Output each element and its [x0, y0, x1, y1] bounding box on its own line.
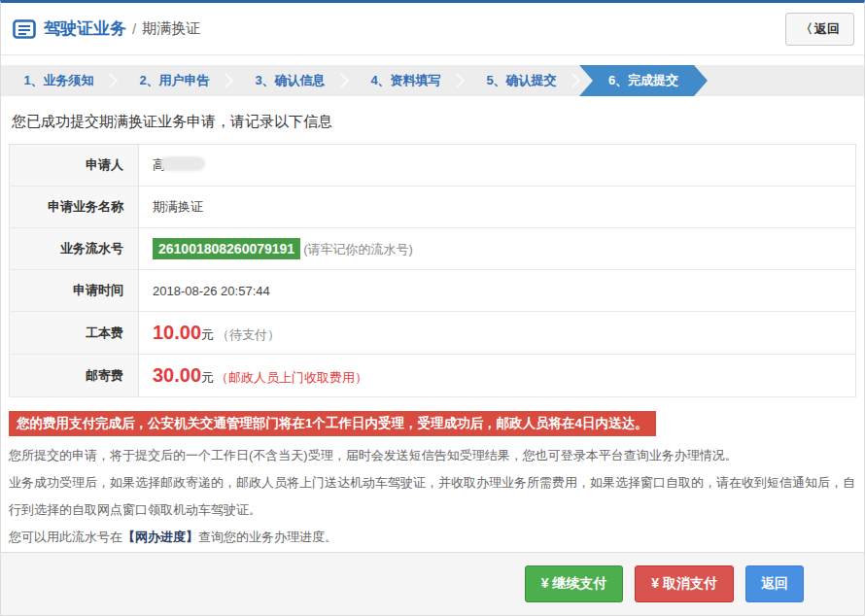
fee-unit: 元 [201, 327, 214, 342]
serial-number-note: (请牢记你的流水号) [303, 242, 413, 257]
step-1-business-notice: 1、业务须知 [1, 65, 117, 96]
step-2-user-declaration: 2、用户申告 [117, 65, 232, 96]
row-value: 10.00元（待支付） [139, 312, 856, 355]
progress-note-suffix: 查询您的业务办理进度。 [198, 530, 337, 544]
row-value: 2018-08-26 20:57:44 [139, 270, 856, 312]
table-row-business-name: 申请业务名称 期满换证 [10, 187, 856, 228]
success-message: 您已成功提交期满换证业务申请，请记录以下信息 [1, 96, 864, 144]
table-row-applicant: 申请人 高 [10, 145, 856, 187]
row-value: 30.00元（邮政人员上门收取费用） [139, 355, 856, 397]
row-label: 邮寄费 [10, 355, 139, 397]
return-button[interactable]: 返回 [745, 565, 804, 602]
fee-unit: 元 [201, 370, 214, 385]
fee-note: （邮政人员上门收取费用） [216, 370, 367, 385]
table-row-postage-fee: 邮寄费 30.00元（邮政人员上门收取费用） [10, 355, 856, 397]
header: 驾驶证业务 / 期满换证 〈返回 [1, 3, 864, 55]
back-button[interactable]: 〈返回 [785, 13, 854, 46]
step-5-confirm-submit: 5、确认提交 [464, 65, 579, 96]
redaction-blur [160, 156, 205, 171]
fee-amount: 10.00 [153, 322, 201, 343]
paragraph-processing: 您所提交的申请，将于提交后的一个工作日(不含当天)受理，届时会发送短信告知受理结… [9, 442, 856, 469]
step-6-complete-submit: 6、完成提交 [579, 65, 708, 96]
alert-wrap: 您的费用支付完成后，公安机关交通管理部门将在1个工作日内受理，受理成功后，邮政人… [9, 411, 856, 436]
payment-alert-banner: 您的费用支付完成后，公安机关交通管理部门将在1个工作日内受理，受理成功后，邮政人… [9, 411, 656, 436]
progress-note-prefix: 您可以用此流水号在 [9, 530, 122, 544]
page-title: 驾驶证业务 [44, 17, 126, 40]
row-value: 高 [139, 145, 856, 187]
progress-note: 您可以用此流水号在【网办进度】查询您的业务办理进度。 [9, 524, 856, 551]
breadcrumb-current: 期满换证 [142, 19, 200, 38]
paragraph-delivery: 业务成功受理后，如果选择邮政寄递的，邮政人员将上门送达机动车驾驶证，并收取办理业… [9, 469, 856, 524]
form-list-icon [13, 19, 36, 39]
step-wizard: 1、业务须知 2、用户申告 3、确认信息 4、资料填写 5、确认提交 6、完成提… [1, 65, 864, 96]
row-label: 申请业务名称 [10, 187, 139, 228]
row-label: 工本费 [10, 312, 139, 355]
chevron-left-icon: 〈 [800, 21, 813, 36]
back-button-label: 返回 [814, 21, 840, 36]
table-row-serial-number: 业务流水号 261001808260079191(请牢记你的流水号) [10, 228, 856, 270]
fee-amount: 30.00 [153, 364, 201, 386]
row-value: 261001808260079191(请牢记你的流水号) [139, 228, 856, 270]
page: 驾驶证业务 / 期满换证 〈返回 1、业务须知 2、用户申告 3、确认信息 4、… [0, 0, 865, 616]
progress-note-highlight: 【网办进度】 [122, 530, 198, 544]
step-4-fill-data: 4、资料填写 [348, 65, 464, 96]
row-label: 申请时间 [10, 270, 139, 312]
continue-payment-button[interactable]: ¥ 继续支付 [525, 565, 624, 602]
breadcrumb-separator: / [132, 20, 136, 37]
row-label: 业务流水号 [10, 228, 139, 270]
row-label: 申请人 [10, 145, 139, 187]
info-paragraphs: 您所提交的申请，将于提交后的一个工作日(不含当天)受理，届时会发送短信告知受理结… [9, 442, 856, 551]
cancel-payment-button[interactable]: ¥ 取消支付 [635, 565, 734, 602]
table-row-production-fee: 工本费 10.00元（待支付） [10, 312, 856, 355]
step-3-confirm-info: 3、确认信息 [232, 65, 348, 96]
footer-action-bar: ¥ 继续支付 ¥ 取消支付 返回 [1, 552, 864, 615]
application-info-table: 申请人 高 申请业务名称 期满换证 业务流水号 2610018082600791… [9, 144, 856, 397]
table-row-apply-time: 申请时间 2018-08-26 20:57:44 [10, 270, 856, 312]
serial-number-badge: 261001808260079191 [153, 238, 300, 259]
fee-note: （待支付） [217, 327, 280, 342]
row-value: 期满换证 [139, 187, 856, 228]
